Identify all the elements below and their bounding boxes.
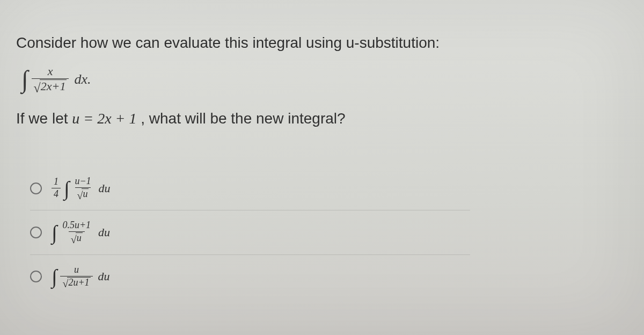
option-fraction: u √ 2u+1 — [60, 265, 92, 289]
sqrt-expression: √ 2x+1 — [34, 79, 67, 93]
leading-frac-den: 4 — [52, 188, 61, 200]
option-frac-num: u−1 — [72, 176, 93, 187]
option-c-math: ∫ u √ 2u+1 du — [52, 265, 110, 289]
differential-dx: dx. — [74, 71, 91, 88]
option-frac-den: √ u — [69, 231, 85, 245]
sqrt-expression: √ u — [71, 232, 83, 244]
integrand-fraction: x √ 2x+1 — [32, 65, 69, 94]
substitution-line: If we let u = 2x + 1 , what will be the … — [16, 108, 628, 129]
integral-sign-icon: ∫ — [64, 178, 69, 199]
option-b-math: ∫ 0.5u+1 √ u du — [52, 220, 110, 244]
question-page: Consider how we can evaluate this integr… — [0, 0, 644, 335]
integral-sign-icon: ∫ — [21, 67, 28, 92]
option-frac-den: √ 2u+1 — [60, 276, 92, 289]
leading-fraction: 1 4 — [52, 177, 61, 200]
differential-du: du — [98, 270, 110, 283]
sub-math: u = 2x + 1 — [72, 110, 136, 127]
radio-icon[interactable] — [30, 271, 42, 282]
option-c[interactable]: ∫ u √ 2u+1 du — [30, 255, 470, 298]
option-frac-num: 0.5u+1 — [60, 220, 93, 231]
sqrt-expression: √ u — [77, 188, 89, 200]
question-prompt: Consider how we can evaluate this integr… — [16, 32, 628, 53]
option-fraction: 0.5u+1 √ u — [60, 220, 93, 244]
sqrt-icon: √ — [71, 234, 77, 245]
sub-prefix: If we let — [16, 110, 72, 127]
radio-icon[interactable] — [30, 227, 42, 238]
integrand-numerator: x — [46, 65, 55, 78]
sqrt-icon: √ — [77, 190, 83, 201]
given-integral: ∫ x √ 2x+1 dx. — [21, 65, 628, 94]
option-frac-den: √ u — [75, 187, 91, 201]
sqrt-icon: √ — [62, 278, 68, 289]
leading-frac-num: 1 — [52, 177, 61, 188]
option-frac-num: u — [72, 265, 81, 276]
answer-options: 1 4 ∫ u−1 √ u du — [30, 166, 628, 298]
differential-du: du — [98, 225, 110, 239]
integrand-denominator: √ 2x+1 — [32, 78, 69, 93]
differential-du: du — [99, 181, 111, 195]
radio-icon[interactable] — [30, 183, 42, 194]
integral-sign-icon: ∫ — [52, 222, 57, 243]
option-a[interactable]: 1 4 ∫ u−1 √ u du — [30, 166, 470, 210]
option-a-math: 1 4 ∫ u−1 √ u du — [52, 176, 111, 200]
sqrt-argument: 2x+1 — [40, 79, 67, 93]
integral-sign-icon: ∫ — [52, 266, 57, 287]
option-b[interactable]: ∫ 0.5u+1 √ u du — [30, 210, 470, 254]
sqrt-argument: 2u+1 — [67, 277, 90, 288]
sqrt-expression: √ 2u+1 — [62, 277, 90, 288]
option-fraction: u−1 √ u — [72, 176, 93, 200]
sub-suffix: , what will be the new integral? — [141, 110, 345, 127]
sqrt-icon: √ — [34, 82, 41, 94]
